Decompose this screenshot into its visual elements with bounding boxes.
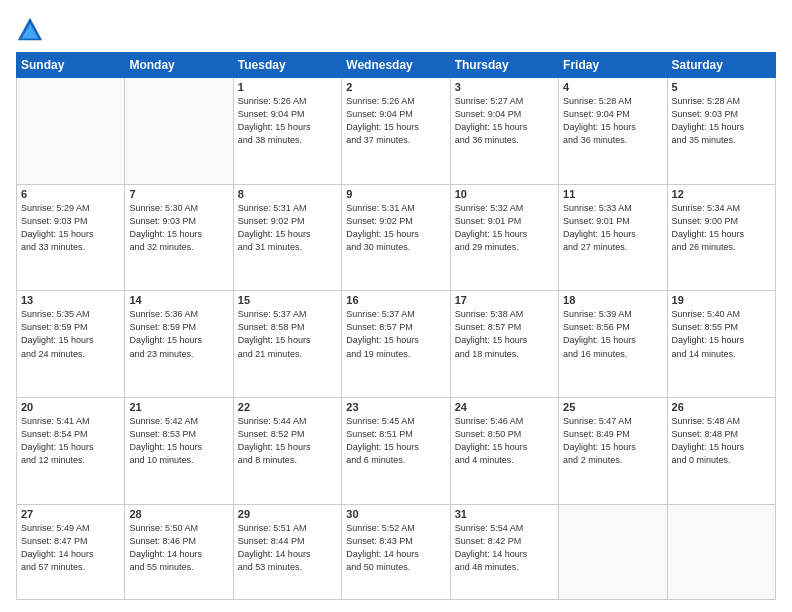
week-row-3: 13Sunrise: 5:35 AM Sunset: 8:59 PM Dayli… bbox=[17, 291, 776, 398]
calendar-cell: 20Sunrise: 5:41 AM Sunset: 8:54 PM Dayli… bbox=[17, 398, 125, 505]
week-row-4: 20Sunrise: 5:41 AM Sunset: 8:54 PM Dayli… bbox=[17, 398, 776, 505]
calendar-cell: 22Sunrise: 5:44 AM Sunset: 8:52 PM Dayli… bbox=[233, 398, 341, 505]
day-info: Sunrise: 5:27 AM Sunset: 9:04 PM Dayligh… bbox=[455, 95, 554, 147]
calendar-cell: 12Sunrise: 5:34 AM Sunset: 9:00 PM Dayli… bbox=[667, 184, 775, 291]
calendar-cell: 14Sunrise: 5:36 AM Sunset: 8:59 PM Dayli… bbox=[125, 291, 233, 398]
weekday-header-row: SundayMondayTuesdayWednesdayThursdayFrid… bbox=[17, 53, 776, 78]
day-number: 19 bbox=[672, 294, 771, 306]
day-number: 15 bbox=[238, 294, 337, 306]
day-info: Sunrise: 5:46 AM Sunset: 8:50 PM Dayligh… bbox=[455, 415, 554, 467]
calendar-cell: 30Sunrise: 5:52 AM Sunset: 8:43 PM Dayli… bbox=[342, 504, 450, 599]
day-number: 23 bbox=[346, 401, 445, 413]
calendar-cell: 27Sunrise: 5:49 AM Sunset: 8:47 PM Dayli… bbox=[17, 504, 125, 599]
day-info: Sunrise: 5:29 AM Sunset: 9:03 PM Dayligh… bbox=[21, 202, 120, 254]
week-row-1: 1Sunrise: 5:26 AM Sunset: 9:04 PM Daylig… bbox=[17, 78, 776, 185]
calendar-cell: 28Sunrise: 5:50 AM Sunset: 8:46 PM Dayli… bbox=[125, 504, 233, 599]
day-number: 20 bbox=[21, 401, 120, 413]
day-info: Sunrise: 5:44 AM Sunset: 8:52 PM Dayligh… bbox=[238, 415, 337, 467]
calendar-cell: 7Sunrise: 5:30 AM Sunset: 9:03 PM Daylig… bbox=[125, 184, 233, 291]
day-info: Sunrise: 5:33 AM Sunset: 9:01 PM Dayligh… bbox=[563, 202, 662, 254]
weekday-header-wednesday: Wednesday bbox=[342, 53, 450, 78]
day-info: Sunrise: 5:47 AM Sunset: 8:49 PM Dayligh… bbox=[563, 415, 662, 467]
calendar-cell: 15Sunrise: 5:37 AM Sunset: 8:58 PM Dayli… bbox=[233, 291, 341, 398]
day-number: 14 bbox=[129, 294, 228, 306]
day-number: 8 bbox=[238, 188, 337, 200]
calendar-cell: 17Sunrise: 5:38 AM Sunset: 8:57 PM Dayli… bbox=[450, 291, 558, 398]
day-info: Sunrise: 5:30 AM Sunset: 9:03 PM Dayligh… bbox=[129, 202, 228, 254]
day-number: 13 bbox=[21, 294, 120, 306]
day-number: 4 bbox=[563, 81, 662, 93]
day-number: 22 bbox=[238, 401, 337, 413]
day-info: Sunrise: 5:26 AM Sunset: 9:04 PM Dayligh… bbox=[238, 95, 337, 147]
day-info: Sunrise: 5:26 AM Sunset: 9:04 PM Dayligh… bbox=[346, 95, 445, 147]
day-info: Sunrise: 5:41 AM Sunset: 8:54 PM Dayligh… bbox=[21, 415, 120, 467]
logo bbox=[16, 16, 48, 44]
calendar-cell: 16Sunrise: 5:37 AM Sunset: 8:57 PM Dayli… bbox=[342, 291, 450, 398]
day-number: 1 bbox=[238, 81, 337, 93]
day-number: 28 bbox=[129, 508, 228, 520]
calendar-cell bbox=[667, 504, 775, 599]
calendar-cell: 19Sunrise: 5:40 AM Sunset: 8:55 PM Dayli… bbox=[667, 291, 775, 398]
calendar-cell: 26Sunrise: 5:48 AM Sunset: 8:48 PM Dayli… bbox=[667, 398, 775, 505]
calendar-cell: 4Sunrise: 5:28 AM Sunset: 9:04 PM Daylig… bbox=[559, 78, 667, 185]
day-info: Sunrise: 5:32 AM Sunset: 9:01 PM Dayligh… bbox=[455, 202, 554, 254]
day-info: Sunrise: 5:31 AM Sunset: 9:02 PM Dayligh… bbox=[238, 202, 337, 254]
day-info: Sunrise: 5:49 AM Sunset: 8:47 PM Dayligh… bbox=[21, 522, 120, 574]
header bbox=[16, 12, 776, 44]
calendar-cell: 24Sunrise: 5:46 AM Sunset: 8:50 PM Dayli… bbox=[450, 398, 558, 505]
calendar-cell bbox=[559, 504, 667, 599]
calendar-cell: 5Sunrise: 5:28 AM Sunset: 9:03 PM Daylig… bbox=[667, 78, 775, 185]
calendar-cell: 23Sunrise: 5:45 AM Sunset: 8:51 PM Dayli… bbox=[342, 398, 450, 505]
day-number: 18 bbox=[563, 294, 662, 306]
day-info: Sunrise: 5:39 AM Sunset: 8:56 PM Dayligh… bbox=[563, 308, 662, 360]
day-info: Sunrise: 5:36 AM Sunset: 8:59 PM Dayligh… bbox=[129, 308, 228, 360]
day-number: 24 bbox=[455, 401, 554, 413]
day-number: 17 bbox=[455, 294, 554, 306]
day-number: 9 bbox=[346, 188, 445, 200]
week-row-2: 6Sunrise: 5:29 AM Sunset: 9:03 PM Daylig… bbox=[17, 184, 776, 291]
day-info: Sunrise: 5:38 AM Sunset: 8:57 PM Dayligh… bbox=[455, 308, 554, 360]
day-number: 10 bbox=[455, 188, 554, 200]
calendar-cell: 21Sunrise: 5:42 AM Sunset: 8:53 PM Dayli… bbox=[125, 398, 233, 505]
day-info: Sunrise: 5:28 AM Sunset: 9:03 PM Dayligh… bbox=[672, 95, 771, 147]
day-number: 21 bbox=[129, 401, 228, 413]
day-number: 11 bbox=[563, 188, 662, 200]
day-info: Sunrise: 5:40 AM Sunset: 8:55 PM Dayligh… bbox=[672, 308, 771, 360]
day-info: Sunrise: 5:50 AM Sunset: 8:46 PM Dayligh… bbox=[129, 522, 228, 574]
day-number: 26 bbox=[672, 401, 771, 413]
day-number: 16 bbox=[346, 294, 445, 306]
weekday-header-sunday: Sunday bbox=[17, 53, 125, 78]
calendar: SundayMondayTuesdayWednesdayThursdayFrid… bbox=[16, 52, 776, 600]
weekday-header-monday: Monday bbox=[125, 53, 233, 78]
calendar-cell: 11Sunrise: 5:33 AM Sunset: 9:01 PM Dayli… bbox=[559, 184, 667, 291]
day-number: 6 bbox=[21, 188, 120, 200]
calendar-cell: 3Sunrise: 5:27 AM Sunset: 9:04 PM Daylig… bbox=[450, 78, 558, 185]
calendar-cell: 1Sunrise: 5:26 AM Sunset: 9:04 PM Daylig… bbox=[233, 78, 341, 185]
page: SundayMondayTuesdayWednesdayThursdayFrid… bbox=[0, 0, 792, 612]
day-number: 12 bbox=[672, 188, 771, 200]
day-info: Sunrise: 5:31 AM Sunset: 9:02 PM Dayligh… bbox=[346, 202, 445, 254]
day-number: 3 bbox=[455, 81, 554, 93]
weekday-header-friday: Friday bbox=[559, 53, 667, 78]
weekday-header-tuesday: Tuesday bbox=[233, 53, 341, 78]
day-info: Sunrise: 5:37 AM Sunset: 8:58 PM Dayligh… bbox=[238, 308, 337, 360]
day-number: 7 bbox=[129, 188, 228, 200]
day-info: Sunrise: 5:52 AM Sunset: 8:43 PM Dayligh… bbox=[346, 522, 445, 574]
day-number: 31 bbox=[455, 508, 554, 520]
calendar-cell: 18Sunrise: 5:39 AM Sunset: 8:56 PM Dayli… bbox=[559, 291, 667, 398]
day-number: 5 bbox=[672, 81, 771, 93]
day-info: Sunrise: 5:48 AM Sunset: 8:48 PM Dayligh… bbox=[672, 415, 771, 467]
weekday-header-thursday: Thursday bbox=[450, 53, 558, 78]
day-info: Sunrise: 5:28 AM Sunset: 9:04 PM Dayligh… bbox=[563, 95, 662, 147]
logo-icon bbox=[16, 16, 44, 44]
calendar-cell: 13Sunrise: 5:35 AM Sunset: 8:59 PM Dayli… bbox=[17, 291, 125, 398]
calendar-cell: 8Sunrise: 5:31 AM Sunset: 9:02 PM Daylig… bbox=[233, 184, 341, 291]
day-info: Sunrise: 5:54 AM Sunset: 8:42 PM Dayligh… bbox=[455, 522, 554, 574]
calendar-cell: 6Sunrise: 5:29 AM Sunset: 9:03 PM Daylig… bbox=[17, 184, 125, 291]
day-number: 27 bbox=[21, 508, 120, 520]
calendar-cell bbox=[17, 78, 125, 185]
day-info: Sunrise: 5:51 AM Sunset: 8:44 PM Dayligh… bbox=[238, 522, 337, 574]
calendar-cell: 10Sunrise: 5:32 AM Sunset: 9:01 PM Dayli… bbox=[450, 184, 558, 291]
calendar-cell: 29Sunrise: 5:51 AM Sunset: 8:44 PM Dayli… bbox=[233, 504, 341, 599]
calendar-cell: 31Sunrise: 5:54 AM Sunset: 8:42 PM Dayli… bbox=[450, 504, 558, 599]
